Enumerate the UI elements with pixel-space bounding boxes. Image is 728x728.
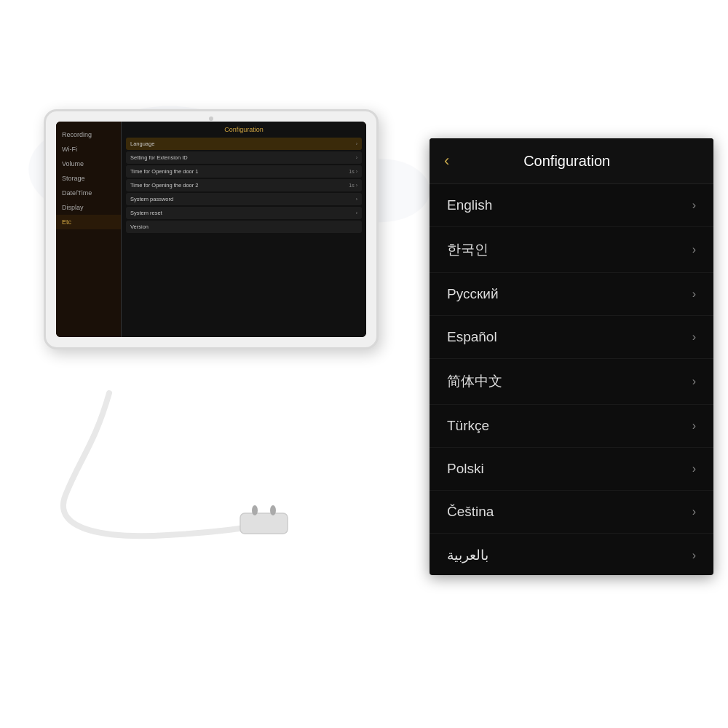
tablet-content: Configuration Language › Setting for Ext… (122, 122, 366, 337)
tablet-content-title: Configuration (126, 126, 362, 133)
device-container: Recording Wi-Fi Volume Storage Date/Time… (22, 109, 408, 546)
app-panel: ‹ Configuration English › 한국인 › Русский … (430, 138, 713, 575)
language-list: English › 한국인 › Русский › Español › 简体中文… (430, 184, 713, 575)
svg-point-12 (270, 505, 276, 515)
app-header: ‹ Configuration (430, 138, 713, 184)
back-button[interactable]: ‹ (444, 151, 449, 170)
tablet-menu-extension[interactable]: Setting for Extension ID › (126, 151, 362, 164)
tablet-sidebar-etc[interactable]: Etc (56, 215, 121, 229)
tablet-sidebar-display[interactable]: Display (56, 200, 121, 215)
tablet-menu-door1[interactable]: Time for Opening the door 1 1s › (126, 165, 362, 178)
tablet-menu-version[interactable]: Version (126, 221, 362, 233)
tablet-sidebar-datetime[interactable]: Date/Time (56, 186, 121, 200)
tablet-sidebar-wifi[interactable]: Wi-Fi (56, 142, 121, 157)
language-item-korean[interactable]: 한국인 › (430, 227, 713, 273)
tablet-device: Recording Wi-Fi Volume Storage Date/Time… (44, 109, 379, 349)
tablet-menu-language[interactable]: Language › (126, 138, 362, 150)
app-title: Configuration (464, 153, 670, 170)
tablet-menu-reset[interactable]: System reset › (126, 207, 362, 219)
language-item-russian[interactable]: Русский › (430, 273, 713, 316)
language-item-english[interactable]: English › (430, 184, 713, 227)
svg-rect-10 (240, 513, 288, 534)
tablet-menu-password[interactable]: System password › (126, 193, 362, 205)
tablet-sidebar-recording[interactable]: Recording (56, 127, 121, 142)
language-item-turkish[interactable]: Türkçe › (430, 405, 713, 448)
tablet-menu-door2[interactable]: Time for Opening the door 2 1s › (126, 179, 362, 191)
power-cable (22, 386, 313, 546)
tablet-sidebar-storage[interactable]: Storage (56, 171, 121, 186)
language-item-polish[interactable]: Polski › (430, 448, 713, 491)
language-item-chinese[interactable]: 简体中文 › (430, 359, 713, 405)
language-item-arabic[interactable]: بالعربية › (430, 534, 713, 575)
tablet-camera (209, 116, 213, 121)
language-item-czech[interactable]: Čeština › (430, 491, 713, 534)
svg-point-11 (252, 505, 258, 515)
tablet-sidebar-volume[interactable]: Volume (56, 157, 121, 171)
tablet-screen: Recording Wi-Fi Volume Storage Date/Time… (56, 122, 366, 337)
tablet-sidebar: Recording Wi-Fi Volume Storage Date/Time… (56, 122, 122, 337)
language-item-spanish[interactable]: Español › (430, 316, 713, 359)
